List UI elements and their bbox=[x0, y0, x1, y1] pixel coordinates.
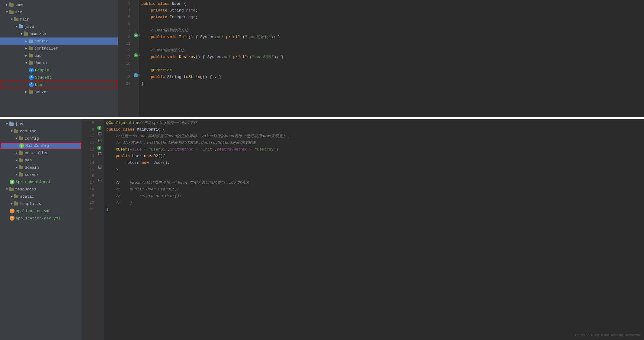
code-line: public class MainConfig { bbox=[104, 126, 644, 133]
gutter-bookmark-13[interactable]: ◇ bbox=[98, 152, 101, 155]
sidebar-item-label: dao bbox=[25, 158, 32, 163]
spring-icon: ⚙ bbox=[10, 180, 14, 184]
folder-icon bbox=[14, 17, 19, 21]
sidebar-item-java-b[interactable]: java bbox=[0, 120, 82, 128]
code-line bbox=[139, 40, 644, 47]
sidebar-item-dao-b[interactable]: dao bbox=[0, 157, 82, 164]
folder-icon bbox=[28, 46, 33, 50]
code-line bbox=[139, 21, 644, 27]
sidebar-item-java[interactable]: java bbox=[0, 23, 118, 30]
code-line: //Bean的销毁方法 bbox=[139, 47, 644, 54]
gutter-collapse-18[interactable] bbox=[138, 74, 139, 76]
arrow-icon bbox=[10, 129, 14, 133]
arrow-icon bbox=[14, 158, 19, 162]
code-line: // 默认方法名，initMethod对应初始化方法，destroyMethod… bbox=[104, 140, 644, 146]
sidebar-item-label: controller bbox=[34, 46, 58, 51]
sidebar-item-server[interactable]: server bbox=[0, 88, 118, 96]
code-line: public void Init() { System.out.println(… bbox=[139, 34, 644, 40]
watermark: https://blog.csdn.net/qq_40298902 bbox=[575, 333, 641, 337]
sidebar-item-dao[interactable]: dao bbox=[0, 52, 118, 59]
sidebar-item-label: resources bbox=[15, 187, 36, 192]
sidebar-item-application-yml[interactable]: Y application.yml bbox=[0, 207, 82, 215]
gutter-icon-9[interactable]: ⚙ bbox=[97, 126, 101, 130]
sidebar-item-server-b[interactable]: server bbox=[0, 171, 82, 178]
arrow-icon bbox=[5, 3, 9, 7]
sidebar-item-domain[interactable]: domain bbox=[0, 59, 118, 66]
sidebar-item-comzsc-b[interactable]: com.zsc bbox=[0, 128, 82, 135]
code-line: return new User(); bbox=[104, 160, 644, 166]
bottom-editor: 8 9 10 11 12 13 14 15 16 17 18 19 20 21 bbox=[82, 119, 644, 340]
arrow-icon bbox=[5, 122, 9, 126]
code-line: } bbox=[104, 206, 644, 213]
arrow-icon bbox=[10, 17, 14, 21]
sidebar-item-label: domain bbox=[25, 165, 39, 170]
sidebar-item-people[interactable]: C People bbox=[0, 66, 118, 74]
arrow-icon bbox=[24, 39, 28, 43]
folder-icon bbox=[28, 61, 33, 65]
gutter-bookmark-15[interactable]: ◇ bbox=[98, 166, 101, 169]
sidebar-item-springboot[interactable]: ⚙ SpringbootAnnot bbox=[0, 178, 82, 186]
folder-icon bbox=[19, 165, 24, 170]
java-class-icon: C bbox=[29, 75, 34, 80]
sidebar-item-label: config bbox=[34, 39, 49, 44]
java-class-icon: C bbox=[29, 82, 34, 87]
yaml-icon: Y bbox=[10, 216, 14, 221]
sidebar-item-src[interactable]: src bbox=[0, 8, 118, 16]
bottom-line-numbers: 8 9 10 11 12 13 14 15 16 17 18 19 20 21 bbox=[82, 119, 97, 340]
sidebar-item-mvn[interactable]: .mvn bbox=[0, 1, 118, 8]
sidebar-item-application-dev-yml[interactable]: Y application-dev.yml bbox=[0, 215, 82, 222]
sidebar-item-main[interactable]: main bbox=[0, 16, 118, 23]
yaml-icon: Y bbox=[10, 209, 14, 213]
folder-icon bbox=[28, 53, 33, 58]
sidebar-item-resources[interactable]: resources bbox=[0, 186, 82, 193]
code-line: @Bean(value = "user01",initMethod = "Ini… bbox=[104, 146, 644, 153]
sidebar-item-user[interactable]: C User bbox=[0, 81, 118, 88]
folder-icon bbox=[9, 187, 14, 191]
arrow-icon bbox=[14, 165, 19, 170]
sidebar-item-config-b[interactable]: config bbox=[0, 135, 82, 142]
bottom-code-area: 8 9 10 11 12 13 14 15 16 17 18 19 20 21 bbox=[82, 119, 644, 340]
arrow-icon bbox=[19, 32, 24, 36]
code-line: private Integer age; bbox=[139, 14, 644, 21]
gutter-bookmark-10[interactable]: ◇ bbox=[98, 132, 101, 135]
gutter-icon-13[interactable]: ⚙ bbox=[134, 53, 138, 57]
sidebar-item-controller[interactable]: controller bbox=[0, 45, 118, 52]
code-line: public void Destroy() { System.out.print… bbox=[139, 54, 644, 60]
code-line: @Override bbox=[139, 67, 644, 74]
sidebar-item-student[interactable]: C Student bbox=[0, 74, 118, 81]
bottom-panel: java com.zsc config ⚙ MainConfig bbox=[0, 119, 644, 340]
sidebar-item-label: java bbox=[25, 24, 34, 29]
sidebar-item-comzsc[interactable]: com.zsc bbox=[0, 30, 118, 37]
sidebar-item-domain-b[interactable]: domain bbox=[0, 164, 82, 171]
sidebar-item-controller-b[interactable]: controller bbox=[0, 149, 82, 157]
gutter-icon-18[interactable]: ↕ bbox=[134, 73, 138, 77]
sidebar-item-label: java bbox=[15, 122, 24, 126]
top-code-area: 3 4 5 6 7 8 11 12 13 16 17 18 24 ⚙ bbox=[118, 0, 644, 117]
top-editor: 3 4 5 6 7 8 11 12 13 16 17 18 24 ⚙ bbox=[118, 0, 644, 117]
code-line: // return new User(); bbox=[104, 193, 644, 199]
gutter-collapse-8[interactable] bbox=[138, 34, 139, 36]
top-gutter: ⚙ ⚙ ↕ bbox=[133, 0, 139, 117]
sidebar-item-templates[interactable]: templates bbox=[0, 200, 82, 207]
bottom-sidebar: java com.zsc config ⚙ MainConfig bbox=[0, 119, 82, 340]
gutter-icon-8[interactable]: ⚙ bbox=[134, 33, 138, 37]
top-code-content: public class User { private String name;… bbox=[139, 0, 644, 117]
folder-icon bbox=[9, 3, 14, 7]
sidebar-item-config[interactable]: config bbox=[0, 37, 118, 45]
arrow-icon bbox=[14, 24, 19, 29]
code-line: public class User { bbox=[139, 1, 644, 7]
code-line: public String toString() {...} bbox=[139, 74, 644, 80]
folder-icon bbox=[14, 194, 19, 199]
arrow-icon bbox=[10, 202, 14, 206]
ide-container: .mvn src main java bbox=[0, 0, 644, 340]
gutter-bookmark-11[interactable]: ◇ bbox=[98, 139, 101, 142]
sidebar-item-label: com.zsc bbox=[20, 129, 37, 134]
arrow-icon bbox=[24, 46, 28, 50]
folder-icon bbox=[19, 158, 24, 162]
sidebar-item-static[interactable]: static bbox=[0, 193, 82, 200]
gutter-icon-12[interactable]: ⚙ bbox=[97, 146, 101, 150]
sidebar-item-mainconfig[interactable]: ⚙ MainConfig bbox=[0, 142, 82, 149]
sidebar-item-label: SpringbootAnnot bbox=[16, 180, 51, 184]
gutter-collapse-13[interactable] bbox=[138, 54, 139, 56]
gutter-bookmark-17[interactable]: ◇ bbox=[98, 179, 101, 182]
